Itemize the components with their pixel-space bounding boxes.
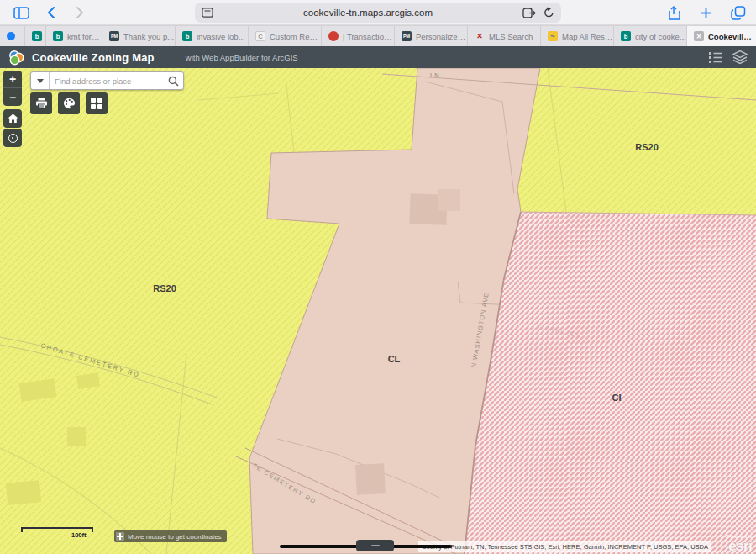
page-title: Cookeville Zoning Map [32,51,155,64]
tab-cookeville-zoning-active[interactable]: ✕Cookeville Z... [687,26,756,46]
reload-button[interactable] [543,7,554,18]
gps-icon [8,134,18,143]
tab-label: Custom Real... [270,32,321,41]
tab-favicon: b [182,31,192,41]
tab-label: MLS Search [489,32,533,41]
tab-personalized[interactable]: PMPersonalized... [395,26,468,46]
map-canvas[interactable]: CHOATE CEMETERY RD TE CEMETERY RD N WASH… [0,68,756,554]
zone-label-ci: CI [612,393,622,403]
print-button[interactable] [30,92,52,114]
tab-close-icon[interactable]: ✕ [694,31,704,41]
tab-label: kmt for bre [67,32,102,41]
tab-label: city of cooke... [635,32,686,41]
road-label-ln: LN [430,71,440,79]
draw-button[interactable] [58,92,80,114]
tab-label: invasive lob... [197,32,245,41]
tab-thank-you[interactable]: PMThank you p... [102,26,176,46]
zoom-in-button[interactable]: + [3,71,22,88]
reader-icon [202,8,213,18]
forward-button[interactable] [71,0,89,25]
basemap-gallery-button[interactable] [86,92,108,114]
plus-icon [700,7,712,19]
url-bar[interactable]: cookeville-tn.maps.arcgis.com [195,3,561,23]
safari-window: cookeville-tn.maps.arcgis.com b bkmt for… [0,0,756,554]
tab-favicon: PM [402,31,412,41]
esri-logo: Powered by esri [727,534,753,553]
tab-label: Map All Resu... [562,32,613,41]
home-button[interactable] [3,109,22,128]
new-tab-button[interactable] [696,0,716,25]
tab-partial[interactable] [0,26,25,46]
chevron-down-icon [37,79,44,83]
tab-kmt[interactable]: bkmt for bre [46,26,102,46]
sidebar-icon [13,7,29,19]
tab-custom-real[interactable]: CCustom Real... [249,26,322,46]
home-icon [8,113,18,124]
tab-favicon: ~ [548,31,558,41]
tab-favicon [7,32,15,40]
tab-bing[interactable]: b [25,26,46,46]
tabs-icon [731,6,746,20]
sidebar-toggle-button[interactable] [10,0,32,25]
search-icon [168,76,179,87]
page-subtitle: with Web AppBuilder for ArcGIS [186,53,298,62]
tab-favicon [328,31,339,41]
locate-button[interactable] [3,129,22,147]
coordinates-widget[interactable]: Move mouse to get coordinates [114,530,227,542]
coordinates-hint-text: Move mouse to get coordinates [128,533,222,541]
drag-handle-dash [371,545,380,547]
tab-favicon: b [621,31,631,41]
share-icon [668,6,680,20]
drag-handle[interactable] [356,540,394,551]
search-input[interactable] [50,72,163,89]
zoom-controls: + − [3,71,22,106]
tab-label: | Transaction... [343,32,394,41]
tab-label: Cookeville Z... [708,32,756,41]
search-widget [30,71,184,90]
browser-toolbar: cookeville-tn.maps.arcgis.com [0,0,756,25]
zone-label-rs20-west: RS20 [153,283,176,293]
zoom-out-button[interactable]: − [3,88,22,106]
tab-label: Thank you p... [123,32,174,41]
tab-favicon: C [255,31,265,41]
move-cursor-icon [116,532,124,541]
app-header: Cookeville Zoning Map with Web AppBuilde… [0,46,756,68]
layers-button[interactable] [732,50,748,64]
basemap-grid-icon [91,98,102,109]
zone-label-rs20-east: RS20 [635,142,659,152]
palette-icon [63,98,76,109]
back-button[interactable] [42,0,60,25]
arcgis-logo-icon [8,50,24,66]
forward-chevron-icon [76,6,84,19]
tab-map-all[interactable]: ~Map All Resu... [541,26,614,46]
share-button[interactable] [664,0,684,25]
search-dropdown-button[interactable] [31,72,50,89]
tab-transaction[interactable]: | Transaction... [322,26,395,46]
tab-favicon: b [32,31,42,41]
zone-label-cl: CL [388,354,401,364]
search-button[interactable] [163,72,183,89]
tab-mls-search[interactable]: ✕MLS Search [468,26,541,46]
tab-favicon: ✕ [475,31,485,41]
esri-logo-text: esri [728,538,752,554]
attribution: County of Putnam, TN, Tennessee STS GIS,… [418,541,711,552]
tabs-overview-button[interactable] [727,0,749,25]
url-text: cookeville-tn.maps.arcgis.com [213,8,522,18]
tab-favicon: PM [109,31,119,41]
attribution-text: County of Putnam, TN, Tennessee STS GIS,… [422,543,708,551]
print-icon [35,98,48,109]
back-chevron-icon [47,6,55,19]
map-tools [30,92,108,114]
legend-button[interactable] [708,51,722,64]
tab-invasive[interactable]: binvasive lob... [176,26,249,46]
tab-bar: b bkmt for bre PMThank you p... binvasiv… [0,25,756,46]
basemap-svg: CHOATE CEMETERY RD TE CEMETERY RD N WASH… [0,68,756,554]
scale-bar-label: 100ft [71,531,87,539]
tab-label: Personalized... [416,32,467,41]
tab-favicon: b [53,31,63,41]
page-settings-icon[interactable] [522,8,536,18]
tab-city-of-cookeville[interactable]: bcity of cooke... [614,26,687,46]
